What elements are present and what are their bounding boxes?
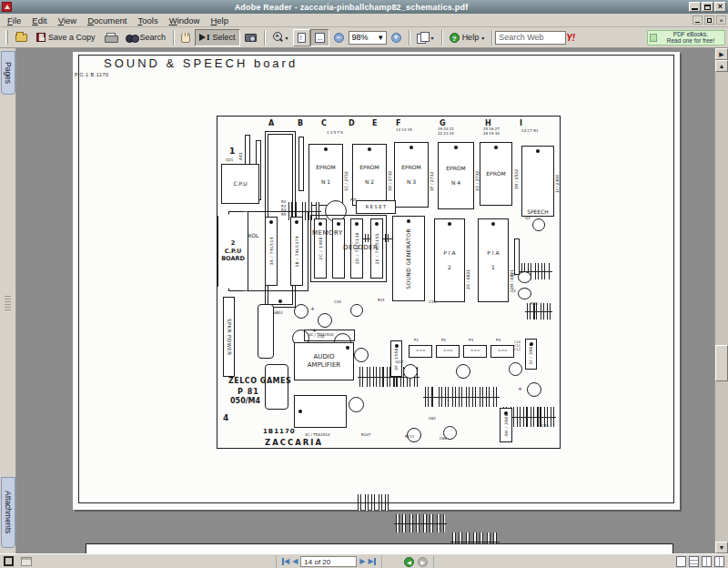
page-display-button[interactable]: ▾ — [412, 29, 439, 46]
fit-width-button[interactable] — [310, 29, 329, 46]
ebook-line2: Read one for free! — [667, 37, 714, 44]
decoder-label: DECODER — [343, 244, 378, 251]
eprom-n4: EPROM N 4 — [438, 142, 474, 209]
board-text: Q2 — [525, 217, 531, 221]
restore-button[interactable] — [702, 2, 713, 12]
tab-attachments[interactable]: Attachments — [1, 477, 15, 548]
page-number-field[interactable] — [300, 556, 357, 567]
zaccaria-label: ZACCARIA — [265, 439, 323, 448]
board-pot: ^^^ — [463, 345, 487, 358]
board-circle — [354, 348, 369, 362]
board-circle — [527, 382, 541, 397]
q3 — [518, 288, 531, 299]
facing-layout-button[interactable] — [714, 556, 724, 567]
previous-page-button[interactable]: ◀ — [292, 558, 298, 565]
web-search-input[interactable] — [495, 31, 566, 45]
zoom-in-button[interactable]: + — [387, 29, 406, 46]
board-vtext: 1F / 2732 — [430, 151, 434, 191]
board-vchip: 3A / 74LS14 — [265, 217, 278, 286]
doc-minimize-button[interactable] — [693, 15, 703, 25]
minimize-button[interactable] — [689, 2, 701, 12]
doc-status-icon[interactable] — [4, 556, 14, 566]
menu-view[interactable]: View — [53, 15, 82, 26]
board-text: 1 3 5 7 9 — [327, 131, 343, 136]
pdf-ebooks-badge[interactable]: PDF eBooks. Read one for free! — [647, 30, 725, 46]
pdf-page: SOUND & SPEECH board P.C.1 B.1170 ABCDEF… — [73, 52, 680, 510]
board-text: 19 20 21 22 23 24 — [438, 127, 454, 136]
navigation-pane: Pages Attachments — [0, 48, 16, 553]
scroll-down-button[interactable]: ▼ — [715, 542, 728, 553]
doc-properties-icon[interactable] — [21, 557, 32, 566]
zoom-level-combobox[interactable]: 98% ▾ — [349, 31, 387, 45]
pane-splitter-handle[interactable] — [5, 296, 11, 310]
single-page-layout-button[interactable] — [676, 556, 686, 567]
last-page-button[interactable]: ▶ — [368, 558, 375, 565]
save-a-copy-button[interactable]: Save a Copy — [32, 29, 100, 46]
select-tool-button[interactable]: I Select — [195, 29, 240, 46]
board-text: 3C / TDA1510 — [308, 333, 334, 338]
scroll-thumb[interactable] — [715, 345, 728, 381]
menu-window[interactable]: Window — [164, 15, 206, 26]
menu-file[interactable]: File — [2, 15, 26, 26]
page-title: SOUND & SPEECH board — [104, 56, 298, 70]
zoom-in-icon: + — [391, 33, 401, 43]
help-label: Help — [462, 33, 480, 42]
next-page-edge — [86, 543, 673, 553]
board-vbar — [298, 137, 304, 191]
continuous-layout-button[interactable] — [689, 556, 699, 567]
board-number: 1B1170 — [263, 428, 296, 435]
board-pot: ^^^ — [436, 345, 460, 358]
board-vchip: 2C / 1408 — [314, 218, 327, 279]
scroll-track[interactable] — [715, 72, 728, 542]
col-letter-b: B — [298, 119, 303, 127]
zoom-out-button[interactable]: − — [329, 29, 349, 46]
board-vchip: 3F / 1558 — [390, 340, 402, 377]
fit-page-button[interactable] — [293, 29, 310, 46]
scroll-up-button[interactable]: ▲ — [715, 60, 728, 72]
help-button[interactable]: ?Help▾ — [445, 29, 490, 46]
print-button[interactable] — [100, 29, 121, 46]
board-circle — [509, 362, 522, 376]
board-text: R107 — [361, 433, 370, 438]
save-a-copy-label: Save a Copy — [48, 33, 96, 42]
board-vtext: A41 — [238, 144, 243, 160]
board-vtext: 1H / 2532 — [514, 149, 519, 189]
row-1: 1 — [229, 147, 235, 156]
snapshot-button[interactable] — [240, 29, 261, 46]
menu-edit[interactable]: Edit — [26, 15, 52, 26]
doc-restore-button[interactable] — [704, 15, 714, 25]
cpu-chip: C.P.U — [221, 164, 259, 204]
next-view-button[interactable]: ▶ — [418, 557, 428, 567]
document-view[interactable]: SOUND & SPEECH board P.C.1 B.1170 ABCDEF… — [16, 48, 714, 553]
close-button[interactable]: × — [714, 2, 726, 12]
adobe-reader-window: Adobe Reader - zaccaria-pinballchamp82_s… — [0, 0, 728, 568]
open-button[interactable] — [11, 29, 32, 46]
menu-document[interactable]: Document — [82, 15, 132, 26]
menu-tools[interactable]: Tools — [132, 15, 163, 26]
zoom-tool-button[interactable]: ▾ — [268, 29, 293, 46]
hand-tool-button[interactable] — [177, 29, 195, 46]
next-page-button[interactable]: ▶ — [359, 558, 365, 565]
tab-pages[interactable]: Pages — [1, 51, 15, 95]
vertical-scrollbar[interactable]: ▶ ▲ ▼ — [714, 48, 728, 553]
yahoo-icon[interactable]: Y! — [566, 33, 575, 43]
pages-icon — [417, 32, 429, 43]
page-subtitle: P.C.1 B.1170 — [75, 72, 109, 77]
save-icon — [36, 33, 46, 42]
doc-close-icon: × — [719, 16, 723, 25]
first-page-button[interactable]: ◀ — [282, 558, 289, 565]
continuous-facing-layout-button[interactable] — [702, 556, 712, 567]
toolbar-grip[interactable] — [5, 30, 8, 45]
board-rgroup — [425, 387, 498, 407]
zoom-level-dropdown-icon: ▾ — [379, 33, 383, 42]
toolbar: Save a Copy Search I Select ▾ − 98% ▾ + … — [0, 27, 728, 48]
board-text: Q3 — [511, 289, 516, 294]
doc-close-button[interactable]: × — [716, 15, 726, 25]
board-circle — [318, 313, 332, 328]
toolbar-expand-button[interactable]: ▶ — [715, 48, 728, 60]
search-button[interactable]: Search — [121, 29, 171, 46]
menu-help[interactable]: Help — [205, 15, 234, 26]
open-folder-icon — [15, 34, 27, 42]
q4 — [518, 271, 531, 283]
previous-view-button[interactable]: ◀ — [404, 557, 414, 567]
